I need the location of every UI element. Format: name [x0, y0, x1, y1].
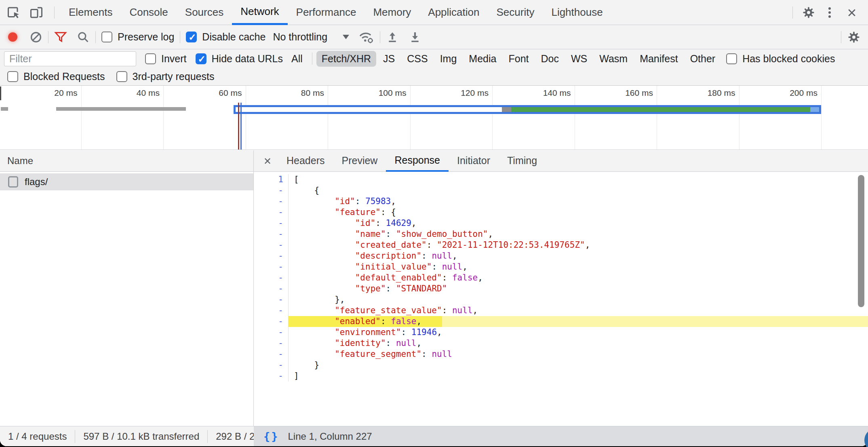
blocked-requests-checkbox[interactable] — [7, 71, 18, 82]
third-party-label: 3rd-party requests — [133, 71, 215, 82]
tab-memory[interactable]: Memory — [364, 0, 419, 25]
close-details-icon[interactable] — [261, 154, 274, 167]
filter-type-all[interactable]: All — [286, 51, 308, 67]
disable-cache-label: Disable cache — [202, 31, 265, 43]
fold-marker: - — [254, 229, 289, 240]
tab-application[interactable]: Application — [419, 0, 488, 25]
record-network-log-button[interactable] — [8, 32, 17, 42]
filter-type-css[interactable]: CSS — [402, 51, 433, 67]
throttling-dropdown[interactable]: No throttling — [273, 31, 349, 43]
divider — [841, 31, 841, 43]
hide-data-urls-checkbox[interactable] — [196, 53, 206, 64]
divider — [312, 53, 312, 65]
detail-tab-timing[interactable]: Timing — [499, 150, 546, 172]
divider — [54, 6, 55, 19]
timeline-gridline — [821, 86, 822, 150]
filter-funnel-icon[interactable] — [54, 31, 67, 44]
response-viewer: 1[- {- "id": 75983,- "feature": {- "id":… — [254, 172, 868, 426]
filter-type-other[interactable]: Other — [685, 51, 721, 67]
fold-marker: - — [254, 294, 289, 305]
filter-type-doc[interactable]: Doc — [535, 51, 564, 67]
has-blocked-cookies-checkbox[interactable] — [726, 53, 737, 64]
import-har-icon[interactable] — [386, 31, 399, 44]
response-line: 1[ — [254, 174, 868, 185]
clear-network-log-icon[interactable] — [29, 31, 42, 44]
fold-marker: - — [254, 272, 289, 283]
filter-type-img[interactable]: Img — [435, 51, 462, 67]
tab-network[interactable]: Network — [232, 0, 287, 25]
response-line: - { — [254, 185, 868, 196]
disable-cache-toggle[interactable]: Disable cache — [186, 31, 265, 43]
detail-tab-headers[interactable]: Headers — [278, 150, 333, 172]
third-party-toggle[interactable]: 3rd-party requests — [116, 71, 215, 82]
tab-console[interactable]: Console — [121, 0, 176, 25]
timeline-gridline — [163, 86, 164, 150]
network-overview-timeline[interactable]: 20 ms40 ms60 ms80 ms100 ms120 ms140 ms16… — [0, 86, 868, 150]
response-line-text: [ — [289, 174, 868, 185]
status-segment: 1 / 4 requests — [0, 431, 75, 442]
disable-cache-checkbox[interactable] — [186, 32, 197, 42]
network-settings-gear-icon[interactable] — [847, 30, 861, 44]
filter-type-media[interactable]: Media — [463, 51, 501, 67]
settings-gear-icon[interactable] — [802, 6, 815, 19]
more-options-kebab-icon[interactable] — [823, 6, 836, 19]
filter-type-js[interactable]: JS — [378, 51, 400, 67]
timeline-gridline — [657, 86, 657, 150]
preserve-log-toggle[interactable]: Preserve log — [101, 31, 174, 43]
close-devtools-icon[interactable] — [844, 4, 860, 21]
divider — [380, 31, 380, 43]
tab-security[interactable]: Security — [488, 0, 543, 25]
invert-checkbox[interactable] — [145, 53, 156, 64]
selected-request-waterfall-bar — [234, 105, 821, 114]
timeline-gridline — [328, 86, 328, 150]
filter-type-fetchxhr[interactable]: Fetch/XHR — [316, 51, 376, 67]
filter-type-manifest[interactable]: Manifest — [634, 51, 683, 67]
response-line-text: "feature": { — [289, 207, 868, 218]
device-toolbar-icon[interactable] — [29, 5, 44, 20]
preserve-log-checkbox[interactable] — [101, 32, 112, 42]
request-row-flags[interactable]: flags/ — [0, 173, 253, 190]
filter-input[interactable] — [4, 51, 136, 66]
throttling-value: No throttling — [273, 31, 327, 43]
fold-marker: - — [254, 240, 289, 251]
timeline-tick-label: 160 ms — [625, 87, 657, 99]
tab-sources[interactable]: Sources — [177, 0, 232, 25]
invert-label: Invert — [161, 53, 187, 65]
filter-type-ws[interactable]: WS — [566, 51, 592, 67]
pretty-print-icon[interactable]: {} — [263, 430, 279, 443]
name-column-header[interactable]: Name — [0, 150, 253, 172]
response-line-text: "created_date": "2021-11-12T10:22:53.419… — [289, 240, 868, 251]
search-icon[interactable] — [77, 31, 90, 44]
export-har-icon[interactable] — [409, 31, 421, 44]
response-line: -] — [254, 371, 868, 382]
tab-lighthouse[interactable]: Lighthouse — [543, 0, 611, 25]
inspect-element-icon[interactable] — [6, 5, 21, 20]
tab-performance[interactable]: Performance — [288, 0, 365, 25]
third-party-checkbox[interactable] — [116, 71, 127, 82]
fold-marker: - — [254, 349, 289, 360]
timeline-tick-label: 200 ms — [790, 87, 821, 99]
devtools-tab-bar: ElementsConsoleSourcesNetworkPerformance… — [0, 0, 868, 25]
response-line-text: "initial_value": null, — [289, 261, 868, 272]
detail-tab-response[interactable]: Response — [386, 150, 449, 172]
request-type-filters: AllFetch/XHRJSCSSImgMediaFontDocWSWasmMa… — [286, 51, 721, 67]
blocked-requests-toggle[interactable]: Blocked Requests — [7, 71, 105, 82]
detail-tab-preview[interactable]: Preview — [333, 150, 386, 172]
filter-type-font[interactable]: Font — [503, 51, 534, 67]
network-conditions-icon[interactable] — [358, 30, 374, 44]
filter-type-wasm[interactable]: Wasm — [594, 51, 633, 67]
invert-toggle[interactable]: Invert — [145, 53, 187, 65]
fold-marker: - — [254, 360, 289, 371]
response-line-text: "description": null, — [289, 251, 868, 261]
vertical-scrollbar-thumb[interactable] — [858, 175, 864, 307]
response-line-text: "id": 75983, — [289, 196, 868, 207]
detail-tab-initiator[interactable]: Initiator — [449, 150, 499, 172]
timeline-tick-label: 20 ms — [54, 87, 81, 99]
response-line: - } — [254, 360, 868, 371]
hide-data-urls-toggle[interactable]: Hide data URLs — [196, 53, 283, 65]
fold-marker: - — [254, 218, 289, 229]
has-blocked-cookies-toggle[interactable]: Has blocked cookies — [726, 53, 835, 65]
tab-elements[interactable]: Elements — [60, 0, 121, 25]
document-icon — [8, 176, 18, 188]
request-name: flags/ — [25, 176, 48, 188]
